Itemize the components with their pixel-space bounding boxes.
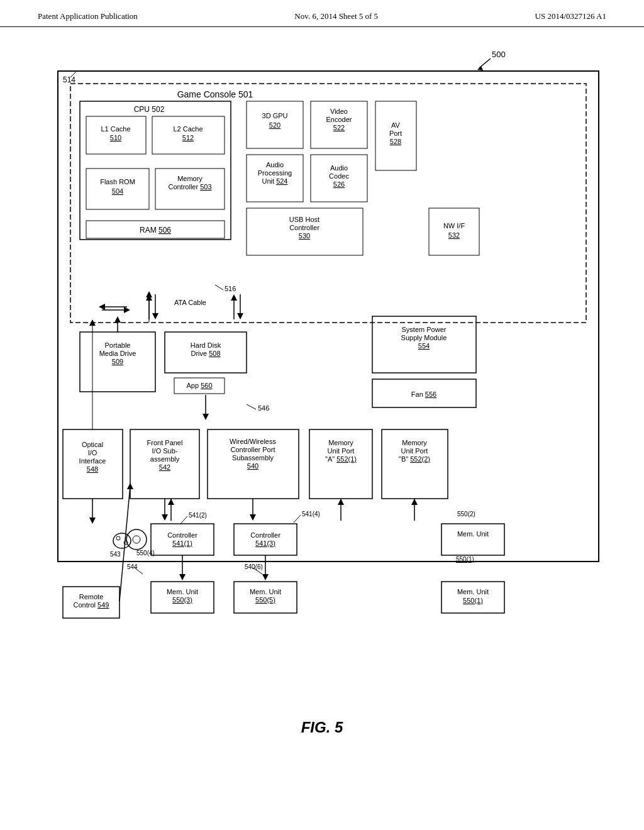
front-panel-label: Front Panel — [147, 439, 183, 446]
svg-text:Encoder: Encoder — [326, 116, 352, 123]
header-right: US 2014/0327126 A1 — [535, 11, 606, 21]
memory-unit-port-a-label: Memory — [328, 439, 353, 446]
svg-text:540: 540 — [247, 462, 258, 470]
label-543: 543 — [110, 551, 121, 558]
svg-text:550(3): 550(3) — [172, 596, 192, 604]
memory-unit-port-b-label: Memory — [402, 439, 427, 446]
game-console-label: Game Console 501 — [177, 89, 253, 99]
cpu-label: CPU 502 — [134, 105, 165, 114]
app-560-label: App 560 — [187, 382, 213, 389]
svg-text:Supply Module: Supply Module — [401, 334, 447, 341]
svg-text:542: 542 — [159, 463, 170, 471]
power-supply-label: System Power — [402, 326, 447, 333]
svg-text:"A" 552(1): "A" 552(1) — [325, 455, 357, 463]
label-516: 516 — [225, 285, 236, 292]
svg-text:"B" 552(2): "B" 552(2) — [399, 455, 430, 463]
l1-cache-label: L1 Cache — [101, 125, 130, 133]
svg-marker-56 — [162, 514, 168, 521]
svg-text:Unit Port: Unit Port — [328, 447, 355, 455]
svg-text:Controller Port: Controller Port — [231, 446, 275, 453]
svg-marker-75 — [179, 574, 186, 580]
disc-icon — [126, 529, 147, 550]
svg-text:504: 504 — [112, 187, 123, 195]
l2-cache-label: L2 Cache — [173, 125, 203, 133]
svg-text:532: 532 — [448, 231, 460, 239]
svg-marker-54 — [89, 517, 96, 524]
svg-text:541(3): 541(3) — [255, 540, 275, 547]
nw-if-label: NW I/F — [443, 222, 465, 230]
label-546: 546 — [258, 404, 269, 412]
svg-text:509: 509 — [112, 358, 123, 365]
svg-marker-31 — [124, 307, 130, 313]
flash-rom-label: Flash ROM — [100, 178, 135, 185]
svg-text:Control 549: Control 549 — [74, 601, 109, 609]
gpu-label: 3D GPU — [262, 112, 288, 119]
label-500: 500 — [492, 50, 506, 59]
svg-text:550(5): 550(5) — [255, 596, 275, 604]
svg-text:522: 522 — [333, 124, 345, 131]
svg-marker-27 — [237, 313, 243, 319]
svg-marker-60 — [250, 514, 256, 521]
svg-text:Processing: Processing — [258, 169, 292, 177]
svg-text:Interface: Interface — [79, 457, 106, 465]
svg-marker-87 — [114, 316, 121, 323]
svg-text:550(1): 550(1) — [463, 597, 483, 604]
svg-text:Controller 503: Controller 503 — [168, 183, 211, 191]
svg-line-37 — [247, 404, 256, 409]
controller-icon — [113, 533, 131, 548]
svg-text:Drive 508: Drive 508 — [191, 350, 220, 357]
svg-text:554: 554 — [418, 342, 430, 350]
svg-text:541(1): 541(1) — [172, 540, 192, 547]
svg-text:530: 530 — [299, 232, 310, 240]
label-550-4: 550(4) — [136, 550, 155, 556]
av-port-label: AV — [391, 121, 401, 129]
svg-text:548: 548 — [87, 465, 98, 473]
svg-text:Unit 524: Unit 524 — [262, 177, 288, 185]
fan-label: Fan 556 — [411, 390, 436, 398]
svg-text:Subassembly: Subassembly — [232, 454, 274, 462]
svg-marker-64 — [411, 499, 418, 505]
audio-processing-label: Audio — [266, 161, 284, 169]
controller-541-1-label: Controller — [167, 531, 197, 539]
svg-marker-23 — [152, 313, 158, 319]
label-541-4: 541(4) — [302, 511, 320, 517]
svg-marker-39 — [203, 414, 209, 420]
mem-unit-550-1-box — [441, 524, 504, 555]
svg-line-19 — [215, 285, 223, 290]
label-514: 514 — [63, 75, 75, 84]
svg-marker-83 — [127, 483, 133, 489]
wired-wireless-label: Wired/Wireless — [230, 438, 276, 445]
svg-text:I/O Sub-: I/O Sub- — [152, 447, 178, 455]
controller-541-3-label: Controller — [250, 531, 280, 539]
svg-line-82 — [119, 486, 130, 601]
svg-text:Controller: Controller — [289, 224, 319, 231]
svg-text:Codec: Codec — [329, 172, 349, 180]
label-541-2: 541(2) — [189, 512, 207, 519]
figure-caption: FIG. 5 — [38, 719, 606, 736]
hdd-label: Hard Disk — [191, 341, 221, 349]
video-encoder-label: Video — [330, 108, 348, 115]
svg-text:510: 510 — [110, 134, 121, 141]
mem-unit-550-3-label: Mem. Unit — [167, 588, 198, 595]
portable-media-label: Portable — [105, 341, 131, 349]
svg-text:Port: Port — [389, 130, 402, 137]
svg-marker-29 — [99, 304, 105, 310]
svg-point-70 — [116, 536, 120, 540]
label-540-6: 540(6) — [245, 563, 263, 570]
svg-text:Media Drive: Media Drive — [99, 350, 136, 357]
optical-io-label: Optical — [82, 441, 103, 448]
box-500 — [58, 71, 599, 562]
svg-point-69 — [133, 536, 140, 543]
svg-text:520: 520 — [269, 121, 280, 129]
svg-marker-77 — [262, 574, 269, 580]
svg-line-66 — [294, 515, 301, 523]
svg-text:512: 512 — [182, 134, 194, 141]
label-550-1: 550(1) — [456, 556, 474, 563]
svg-text:528: 528 — [390, 138, 401, 145]
svg-text:assembly: assembly — [150, 455, 180, 463]
svg-line-65 — [180, 516, 187, 524]
patent-diagram: 500 514 Game Console 501 CPU 502 L1 Cach… — [39, 46, 605, 706]
ram-label: RAM 506 — [140, 226, 171, 235]
memory-controller-label: Memory — [177, 175, 203, 182]
svg-marker-85 — [146, 291, 152, 297]
